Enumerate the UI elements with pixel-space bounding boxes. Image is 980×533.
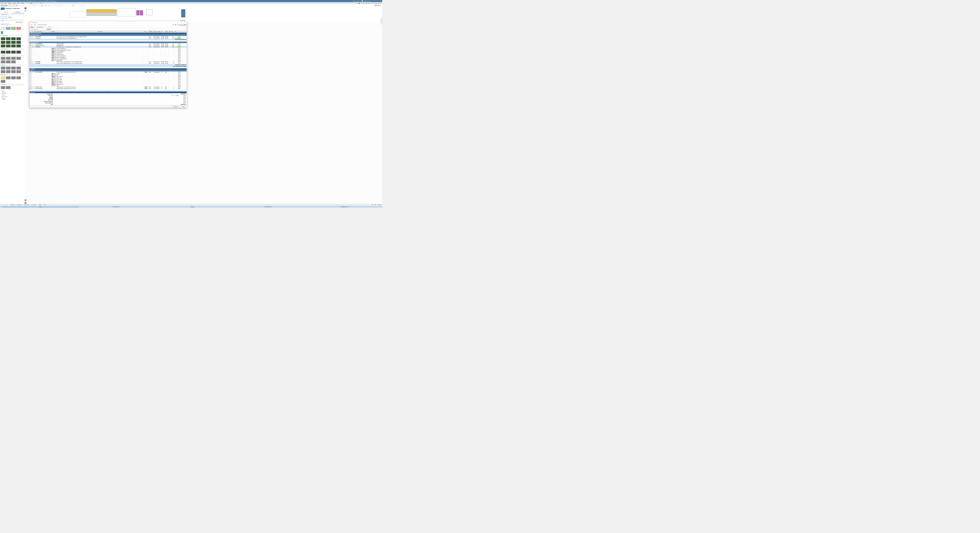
viewtab-more-icon[interactable]: ⋯	[46, 204, 50, 206]
grid-cell[interactable]	[153, 76, 161, 77]
grid-cell[interactable]: 9	[30, 86, 32, 88]
grid-vert-icon[interactable]	[24, 202, 26, 204]
grid-cell[interactable]	[165, 82, 169, 83]
menu-object[interactable]: Object	[7, 2, 12, 4]
grid-cell[interactable]: NO BF	[165, 45, 169, 46]
grid-cell[interactable]: Rectangular Beam, Length=3,448 mm, Heigh…	[56, 46, 144, 48]
calc-menu-edit[interactable]: Edit	[33, 24, 37, 26]
grid-cell[interactable]: #NAME	[144, 88, 149, 89]
section-tools[interactable]: Tools	[0, 19, 24, 21]
layer-a-button[interactable]: A	[18, 5, 20, 6]
grid-cell[interactable]: 0,00 €	[174, 57, 181, 58]
close-icon[interactable]: ✕	[379, 0, 382, 2]
grid-cell[interactable]	[30, 80, 32, 82]
grid-cell[interactable]	[30, 85, 32, 86]
grid-cell[interactable]: 3	[30, 43, 32, 45]
grid-cell[interactable]: Depth=40 mm	[56, 52, 144, 53]
mirror-h-icon[interactable]: ⇋	[58, 5, 59, 6]
grid-cell[interactable]	[169, 59, 174, 61]
grid-cell[interactable]	[165, 57, 169, 58]
print-icon[interactable]: ⎙	[33, 2, 35, 4]
tool-chip[interactable]	[1, 31, 5, 34]
grid-cell[interactable]: Drag to Move	[153, 72, 161, 73]
grid-cell[interactable]: 0,00 €	[174, 79, 181, 80]
search-input[interactable]	[30, 28, 46, 30]
grid-cell[interactable]: Drag to Move	[153, 62, 161, 64]
grid-cell[interactable]	[35, 58, 51, 59]
grid-cell[interactable]: Base	[149, 62, 153, 64]
col-part[interactable]: Part Number ▾	[35, 30, 51, 32]
conveyor-chip[interactable]	[1, 57, 5, 60]
grid-cell[interactable]	[51, 37, 56, 38]
grid-cell[interactable]: 0,00 €	[174, 58, 181, 59]
grid-cell[interactable]: NO BF	[161, 62, 165, 64]
col-desc[interactable]: Description	[56, 30, 144, 32]
conveyor-chip[interactable]	[16, 77, 21, 80]
grid-cell[interactable]	[165, 51, 169, 52]
grid-cell[interactable]	[30, 48, 32, 49]
ruler-icon[interactable]	[24, 199, 26, 201]
col-hash[interactable]: #	[30, 30, 32, 32]
grid-cell[interactable]	[153, 52, 161, 53]
grid-cell[interactable]: 3''	[51, 77, 56, 79]
conveyor-chip[interactable]	[16, 41, 21, 44]
grid-cell[interactable]: BF	[56, 74, 144, 76]
conveyor-chip[interactable]	[6, 41, 11, 44]
conveyor-chip[interactable]	[1, 67, 5, 70]
grid-cell[interactable]: 6	[30, 61, 32, 62]
view-3d-button[interactable]: 3D	[374, 204, 377, 206]
grid-cell[interactable]: Length	[56, 73, 144, 74]
redo-icon[interactable]: ↷	[38, 2, 39, 4]
grid-cell[interactable]: 350	[165, 86, 169, 88]
grid-cell[interactable]: NO BF	[161, 46, 165, 48]
grid-cell[interactable]	[153, 85, 161, 86]
grid-cell[interactable]: Straight Segmented Belt Accumulation Uni…	[56, 88, 144, 89]
grid-cell[interactable]	[161, 74, 165, 76]
grid-cell[interactable]: 2	[30, 37, 32, 38]
maximize-icon[interactable]: ▢	[376, 0, 378, 2]
grid-cell[interactable]	[161, 79, 165, 80]
grid-cell[interactable]: Base	[149, 37, 153, 38]
grid-cell[interactable]	[30, 52, 32, 53]
grid-cell[interactable]	[169, 80, 174, 82]
viewtab-tags[interactable]: TAGS	[38, 204, 43, 206]
col-bf[interactable]: BF	[161, 30, 165, 32]
grid-cell[interactable]	[30, 55, 32, 56]
grid-cell[interactable]	[153, 58, 161, 59]
grid-cell[interactable]: 1	[169, 88, 174, 89]
grid-cell[interactable]	[30, 74, 32, 76]
grid-cell[interactable]	[149, 57, 153, 58]
grid-cell[interactable]: 22''	[161, 88, 165, 89]
grid-cell[interactable]: 0,00 €	[174, 86, 181, 88]
viewtab-all[interactable]: All	[43, 204, 46, 206]
group-icon[interactable]: ⊞	[45, 5, 47, 6]
grid-cell[interactable]	[144, 79, 149, 80]
minimize-icon[interactable]: —	[372, 0, 375, 2]
grid-cell[interactable]	[169, 58, 174, 59]
grid-cell[interactable]	[149, 59, 153, 61]
grid-cell[interactable]: Bracket height=200 mm	[56, 58, 144, 59]
grid-cell[interactable]: 0,00 €	[174, 74, 181, 76]
grid-cell[interactable]	[30, 82, 32, 83]
copy-tab-icon[interactable]: ⧉	[48, 26, 50, 28]
conveyor-chip[interactable]	[16, 51, 21, 54]
grid-cell[interactable]	[153, 73, 161, 74]
grid-cell[interactable]	[149, 51, 153, 52]
conveyor-chip[interactable]	[6, 45, 11, 48]
grid-cell[interactable]: 8	[30, 72, 32, 73]
grid-cell[interactable]: Drag to Move	[153, 45, 161, 46]
link-icon[interactable]: 🔗	[373, 2, 374, 4]
calc-menu-file[interactable]: File	[30, 24, 33, 26]
center-icon[interactable]: ✛	[50, 5, 52, 6]
grid-cell[interactable]	[35, 55, 51, 56]
grid-cell[interactable]: Height=150 mm	[56, 54, 144, 55]
grid-cell[interactable]	[149, 55, 153, 56]
el-tool-icon[interactable]: EL.▲	[8, 24, 11, 26]
grid-cell[interactable]	[35, 76, 51, 77]
grid-cell[interactable]	[144, 61, 149, 62]
grid-cell[interactable]: 0,00 €	[174, 45, 181, 46]
grid-cell[interactable]	[144, 76, 149, 77]
conveyor-chip[interactable]	[6, 37, 11, 40]
conveyor-chip[interactable]	[6, 86, 11, 89]
grid-cell[interactable]: Transportation Curve Belt Driven Roller …	[56, 86, 144, 88]
